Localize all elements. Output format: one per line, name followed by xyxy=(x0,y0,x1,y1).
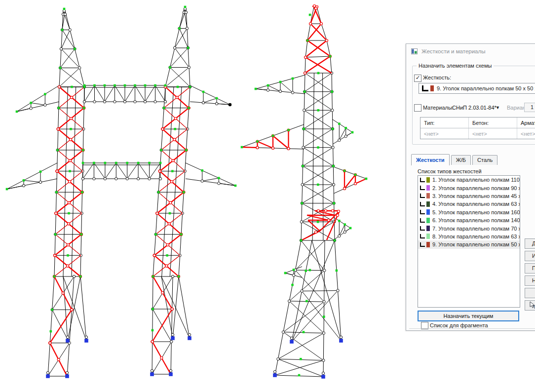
stiffness-checkbox-label: Жесткость: xyxy=(423,75,451,80)
stiffness-color-swatch xyxy=(426,234,430,239)
footer-separator xyxy=(409,328,535,329)
tab-stiffness[interactable]: Жесткости xyxy=(411,154,450,165)
assign-current-button[interactable]: Назначить текущим xyxy=(418,311,519,321)
tab-steel[interactable]: Сталь xyxy=(472,155,497,165)
materials-table-header: Тип: Бетон: Арматура xyxy=(420,118,535,128)
list-item[interactable]: 6. Уголок параллельно полкам 140 x 1 xyxy=(418,216,520,224)
stiffness-color-swatch xyxy=(426,177,430,183)
side-button-П[interactable]: П xyxy=(525,263,535,274)
materials-norm-value[interactable]: СНиП 2.03.01-84* xyxy=(452,105,497,111)
stiffness-item-label: 4. Уголок параллельно полкам 63 x 63 xyxy=(432,201,520,207)
list-item[interactable]: 9. Уголок параллельно полкам 50 x 50 xyxy=(418,240,520,248)
angle-section-icon xyxy=(420,210,425,214)
assign-group-legend: Назначить элементам схемы xyxy=(417,63,494,69)
list-item[interactable]: 8. Уголок параллельно полкам 63 x 63 xyxy=(418,233,520,240)
materials-checkbox-label: Материалы: xyxy=(423,105,454,111)
dialog-title: Жесткости и материалы xyxy=(421,48,485,54)
angle-section-icon xyxy=(422,85,428,91)
angle-section-icon xyxy=(420,194,425,198)
stiffness-color-swatch xyxy=(426,201,430,207)
fragment-list-checkbox-label: Список для фрагмента xyxy=(430,322,488,328)
select-by-stiffness-button[interactable] xyxy=(525,300,535,311)
stiffness-item-label: 7. Уголок параллельно полкам 70 x 70 xyxy=(432,226,520,232)
dialog-titlebar[interactable]: Жесткости и материалы xyxy=(406,44,535,59)
stiffness-color-swatch xyxy=(426,218,430,223)
cursor-filter-icon xyxy=(529,304,535,310)
stiffness-color-swatch xyxy=(426,193,430,198)
stiffness-checkbox[interactable] xyxy=(414,75,421,82)
stiffness-color-swatch xyxy=(426,226,430,231)
stiffness-item-label: 2. Уголок параллельно полкам 90 x 90 xyxy=(432,185,520,191)
col-type: Тип: xyxy=(420,118,469,128)
angle-section-icon xyxy=(420,234,425,238)
dialog-icon xyxy=(411,48,418,54)
materials-table: Тип: Бетон: Арматура <нет> <нет> <нет> xyxy=(420,117,535,139)
col-concrete: Бетон: xyxy=(469,118,517,128)
stiffness-color-swatch xyxy=(426,185,430,191)
list-item[interactable]: 4. Уголок параллельно полкам 63 x 63 xyxy=(418,200,520,208)
val-concrete: <нет> xyxy=(469,128,517,139)
stiffness-item-label: 8. Уголок параллельно полкам 63 x 63 xyxy=(432,234,520,239)
stiffness-item-label: 6. Уголок параллельно полкам 140 x 1 xyxy=(432,217,520,223)
materials-checkbox[interactable] xyxy=(414,104,421,112)
tower-portal-model[interactable] xyxy=(6,6,237,378)
tower-single-model[interactable] xyxy=(241,5,368,379)
side-button-blank[interactable] xyxy=(525,288,535,298)
stiffness-color-swatch xyxy=(426,242,430,247)
variant-field[interactable]: 1 xyxy=(524,103,535,112)
angle-section-icon xyxy=(420,202,425,206)
angle-section-icon xyxy=(420,178,425,182)
stiffness-listbox[interactable]: 1. Уголок параллельно полкам 110 x 12. У… xyxy=(418,175,520,308)
current-stiffness-label: 9. Уголок параллельно полкам 50 x 50 x 4 xyxy=(437,85,535,91)
side-button-Н[interactable]: Н xyxy=(525,275,535,286)
val-type: <нет> xyxy=(420,128,469,139)
stiffness-materials-dialog: Жесткости и материалы Назначить элемента… xyxy=(406,43,535,331)
current-stiffness-swatch xyxy=(430,85,434,91)
list-item[interactable]: 7. Уголок параллельно полкам 70 x 70 xyxy=(418,224,520,232)
materials-table-values: <нет> <нет> <нет> xyxy=(420,128,535,139)
val-rebar: <нет> xyxy=(517,128,535,139)
tab-reinforced-concrete[interactable]: Ж/Б xyxy=(451,155,471,165)
side-button-И[interactable]: И xyxy=(525,251,535,261)
side-button-Д[interactable]: Д xyxy=(525,238,535,249)
angle-section-icon xyxy=(420,186,425,190)
stiffness-color-swatch xyxy=(426,209,430,215)
current-stiffness-field[interactable]: 9. Уголок параллельно полкам 50 x 50 x 4 xyxy=(419,83,535,94)
tab-bar: Жесткости Ж/Б Сталь xyxy=(411,154,499,165)
stiffness-item-label: 3. Уголок параллельно полкам 45 x 45 xyxy=(432,193,520,199)
list-item[interactable]: 5. Уголок параллельно полкам 160 x 1 xyxy=(418,208,520,216)
col-rebar: Арматура xyxy=(517,118,535,128)
list-item[interactable]: 3. Уголок параллельно полкам 45 x 45 xyxy=(418,192,520,200)
stiffness-list-title: Список типов жесткостей xyxy=(418,168,482,174)
angle-section-icon xyxy=(420,218,425,223)
norm-dropdown-icon[interactable]: ▼ xyxy=(496,105,500,110)
list-item[interactable]: 1. Уголок параллельно полкам 110 x 1 xyxy=(418,176,520,184)
angle-section-icon xyxy=(420,242,425,247)
list-item[interactable]: 2. Уголок параллельно полкам 90 x 90 xyxy=(418,184,520,192)
stiffness-item-label: 9. Уголок параллельно полкам 50 x 50 xyxy=(432,241,520,247)
angle-section-icon xyxy=(420,226,425,231)
stiffness-item-label: 5. Уголок параллельно полкам 160 x 1 xyxy=(432,209,520,215)
stiffness-item-label: 1. Уголок параллельно полкам 110 x 1 xyxy=(432,177,520,183)
